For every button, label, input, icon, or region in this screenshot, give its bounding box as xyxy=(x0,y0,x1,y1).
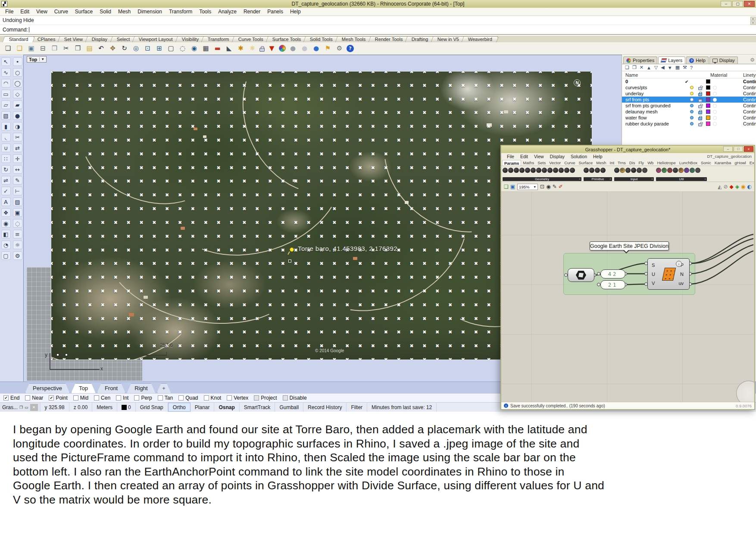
layer-material[interactable] xyxy=(713,97,717,103)
layer-row-water-flow[interactable]: water flowContinuous xyxy=(622,115,756,121)
viewport-title-tab[interactable]: Top ▼ xyxy=(27,56,47,63)
input-u-label[interactable]: U xyxy=(652,272,655,277)
layer-row-curves-pts[interactable]: curves/ptsContinuous xyxy=(622,84,756,91)
layer-color-swatch[interactable] xyxy=(706,97,710,103)
component-icon[interactable] xyxy=(595,168,600,173)
layer-lock-icon[interactable] xyxy=(698,91,702,97)
node-input-nub[interactable] xyxy=(564,273,568,277)
layer-help-icon[interactable]: ? xyxy=(690,65,693,70)
layer-lock-icon[interactable] xyxy=(698,115,702,121)
component-icon[interactable] xyxy=(525,168,530,173)
viewport-tab-perspective[interactable]: Perspective xyxy=(25,383,70,393)
gh-minimize-button[interactable]: – xyxy=(723,146,733,152)
component-icon[interactable] xyxy=(695,168,700,173)
checkbox-vertex[interactable] xyxy=(227,395,232,400)
ribbon-group-label[interactable]: Util xyxy=(656,177,707,181)
maximize-icon[interactable]: ▭ xyxy=(25,405,28,410)
osnap-near[interactable]: Near xyxy=(25,395,43,401)
layer-row-delaunay-mesh[interactable]: delaunay meshContinuous xyxy=(622,109,756,115)
layer-color-swatch[interactable] xyxy=(706,91,710,97)
viewport-tab-front[interactable]: Front xyxy=(97,383,125,393)
layer-visibility-bulb-icon[interactable] xyxy=(690,109,694,115)
panel-tab-properties[interactable]: Properties xyxy=(623,56,657,64)
render-preview-icon[interactable]: ● xyxy=(300,44,309,53)
viewport-tab-top[interactable]: Top xyxy=(71,383,96,393)
minimize-button[interactable]: – xyxy=(721,1,731,7)
dimension-tool[interactable]: ⊢ xyxy=(13,187,22,195)
panel-tab-help[interactable]: ?Help xyxy=(686,56,709,64)
zoom-window-icon[interactable]: ⊡ xyxy=(143,44,152,53)
help-icon[interactable]: ? xyxy=(347,45,354,52)
gh-brush-icon[interactable]: ✐ xyxy=(559,184,563,190)
layer-visibility-bulb-icon[interactable] xyxy=(690,103,694,109)
layer-material[interactable] xyxy=(713,103,717,109)
table-icon[interactable]: ▦ xyxy=(675,65,680,70)
osnap-cen[interactable]: Cen xyxy=(94,395,110,401)
gh-tab-extra[interactable]: Extra xyxy=(748,160,754,166)
layer-row-srf-from-pts[interactable]: srf from ptsContinuous xyxy=(622,97,756,103)
layer-lock-icon[interactable] xyxy=(698,84,702,91)
delete-layer-icon[interactable]: ✕ xyxy=(640,65,644,70)
layer-lock-icon[interactable] xyxy=(698,97,702,103)
pan-icon[interactable]: ✥ xyxy=(108,44,117,53)
show-tool[interactable]: ◉ xyxy=(1,219,11,228)
trim-tool[interactable]: ✂ xyxy=(13,133,22,141)
gh-preview-blue-icon[interactable]: ◐ xyxy=(747,184,752,190)
move-tool[interactable]: ✛ xyxy=(13,154,22,163)
node-input-nub[interactable] xyxy=(597,272,600,275)
component-icon[interactable] xyxy=(637,168,642,173)
component-icon[interactable] xyxy=(667,168,672,173)
component-icon[interactable] xyxy=(553,168,558,173)
ellipse-tool[interactable]: ◯ xyxy=(13,79,22,88)
layer-lock-icon[interactable] xyxy=(698,109,702,115)
panel-gear-icon[interactable]: ⚙ xyxy=(750,57,755,63)
hatch-tool[interactable]: ▨ xyxy=(13,197,22,206)
ribbon-group-label[interactable]: Geometry xyxy=(503,177,581,181)
cut-icon[interactable]: ✂ xyxy=(62,44,71,53)
rotate-view-icon[interactable]: ↻ xyxy=(120,44,129,53)
osnap-int[interactable]: Int xyxy=(116,395,128,401)
point-tool[interactable]: • xyxy=(13,57,22,66)
gh-save-icon[interactable]: ▣ xyxy=(510,184,515,190)
component-icon[interactable] xyxy=(547,168,553,173)
output-uv-label[interactable]: uv xyxy=(678,281,684,286)
shade-tool[interactable]: ◔ xyxy=(1,241,11,249)
ribbon-group-label[interactable]: Primitive xyxy=(584,177,612,181)
close-button[interactable]: ✕ xyxy=(744,1,755,7)
layer-material[interactable] xyxy=(713,84,717,91)
gh-preview-red-icon[interactable]: ◆ xyxy=(730,184,734,190)
group-tool[interactable]: ▣ xyxy=(13,208,22,217)
rectangle-tool[interactable]: ▭ xyxy=(1,90,11,98)
gh-close-button[interactable]: x xyxy=(744,146,753,152)
menu-analyze[interactable]: Analyze xyxy=(215,9,240,15)
menu-mesh[interactable]: Mesh xyxy=(115,9,134,15)
layer-color-swatch[interactable] xyxy=(706,103,710,109)
new-file-icon[interactable]: ❏ xyxy=(3,44,12,53)
gear-icon[interactable]: ⚙ xyxy=(335,44,344,53)
copy-icon[interactable]: ❐ xyxy=(73,44,82,53)
menu-render[interactable]: Render xyxy=(240,9,264,15)
toolbar-tab-surface-tools[interactable]: Surface Tools xyxy=(266,36,308,42)
layer-visibility-bulb-icon[interactable] xyxy=(690,91,694,97)
component-icon[interactable] xyxy=(514,168,519,173)
curve-edit-tool[interactable]: ✎ xyxy=(13,176,22,185)
osnap-mid[interactable]: Mid xyxy=(73,395,88,401)
flag-icon[interactable]: ⚑ xyxy=(323,44,332,53)
select-rect-icon[interactable]: ▢ xyxy=(166,44,175,53)
rotate-tool[interactable]: ↻ xyxy=(1,165,11,174)
osnap-tan[interactable]: Tan xyxy=(158,395,173,401)
u-division-slider[interactable]: 42 xyxy=(600,269,625,278)
duplicate-layer-icon[interactable]: ❐ xyxy=(632,65,637,70)
menu-transform[interactable]: Transform xyxy=(166,9,196,15)
move-up-icon[interactable]: ▲ xyxy=(647,65,651,70)
osnap-point[interactable]: ✔Point xyxy=(49,395,67,401)
statusbar-pane-filter[interactable]: Filter xyxy=(347,403,367,412)
checkbox-quad[interactable] xyxy=(178,395,184,400)
layer-row-underlay[interactable]: underlayContinuous xyxy=(622,91,756,97)
statusbar-pane-gumball[interactable]: Gumball xyxy=(275,403,303,412)
checkbox-project[interactable] xyxy=(254,395,259,400)
osnap-perp[interactable]: Perp xyxy=(134,395,152,401)
paste-icon[interactable]: ▤ xyxy=(85,44,94,53)
layer-color-swatch[interactable] xyxy=(706,84,710,91)
analyze-tool[interactable]: ✓ xyxy=(1,187,11,195)
